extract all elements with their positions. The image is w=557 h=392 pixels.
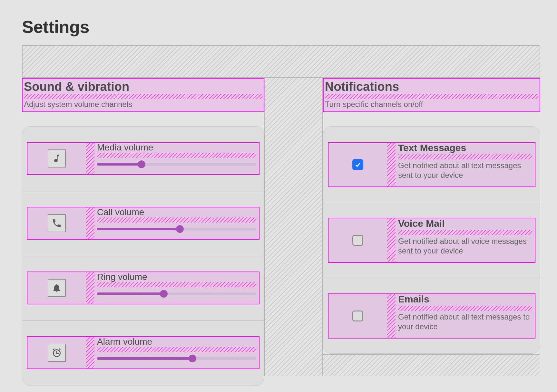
volume-content: Ring volume: [94, 272, 259, 304]
volume-label: Alarm volume: [97, 337, 256, 346]
layout-band-top: [22, 45, 540, 78]
sound-panel: Media volume Call volume: [22, 126, 264, 386]
notifications-panel: Text Messages Get notified about all tex…: [323, 126, 540, 354]
overlay-box: Media volume: [27, 142, 259, 175]
volume-label: Media volume: [97, 143, 256, 152]
notification-title: Emails: [398, 294, 532, 304]
notifications-section-title: Notifications: [325, 81, 538, 93]
sound-section-title: Sound & vibration: [24, 81, 262, 93]
overlay-strip: [398, 154, 532, 159]
volume-icon-cell: [27, 272, 86, 304]
alarm-volume-slider[interactable]: [97, 354, 256, 363]
overlay-box: Alarm volume: [27, 336, 259, 369]
notification-content: Voice Mail Get notified about all voice …: [396, 218, 535, 262]
overlay-strip: [387, 143, 396, 186]
overlay-strip: [86, 272, 94, 304]
emails-checkbox[interactable]: [352, 311, 363, 321]
volume-icon-cell: [27, 207, 86, 239]
notification-row-text-messages: Text Messages Get notified about all tex…: [323, 127, 540, 202]
volume-row-alarm: Alarm volume: [22, 321, 264, 386]
overlay-strip: [86, 337, 94, 368]
volume-content: Call volume: [94, 207, 259, 239]
page-title: Settings: [22, 17, 89, 37]
overlay-strip: [387, 294, 396, 338]
overlay-strip: [97, 217, 256, 223]
overlay-box: Emails Get notified about all text messa…: [328, 293, 535, 339]
volume-row-media: Media volume: [22, 127, 264, 191]
sound-section-header: Sound & vibration Adjust system volume c…: [22, 78, 264, 112]
volume-label: Ring volume: [97, 272, 256, 282]
overlay-strip: [86, 143, 94, 174]
overlay-strip: [97, 282, 256, 287]
volume-label: Call volume: [97, 207, 256, 217]
overlay-strip: [97, 347, 256, 352]
sound-section-subtitle: Adjust system volume channels: [24, 100, 262, 109]
bell-icon: [48, 279, 66, 297]
overlay-strip: [398, 230, 532, 235]
notification-content: Text Messages Get notified about all tex…: [396, 143, 535, 186]
volume-content: Alarm volume: [94, 337, 259, 368]
volume-row-call: Call volume: [22, 191, 264, 256]
notification-title: Text Messages: [398, 143, 532, 153]
overlay-box: Ring volume: [27, 272, 259, 304]
notification-row-voice-mail: Voice Mail Get notified about all voice …: [323, 202, 540, 278]
volume-row-ring: Ring volume: [22, 256, 264, 321]
call-volume-slider[interactable]: [97, 225, 256, 234]
volume-content: Media volume: [94, 143, 259, 174]
overlay-strip: [97, 153, 256, 158]
notification-description: Get notified about all voice messages se…: [398, 236, 532, 256]
overlay-box: Text Messages Get notified about all tex…: [328, 142, 535, 187]
overlay-strip: [398, 306, 532, 311]
notification-row-emails: Emails Get notified about all text messa…: [323, 278, 540, 354]
overlay-strip: [86, 207, 94, 239]
overlay-box: Call volume: [27, 207, 259, 240]
notification-description: Get notified about all text messages to …: [398, 312, 532, 331]
alarm-icon: [48, 344, 66, 362]
layout-band-middle: [264, 78, 323, 376]
notification-description: Get notified about all text messages sen…: [398, 161, 532, 180]
text-messages-checkbox[interactable]: [352, 159, 363, 170]
notification-content: Emails Get notified about all text messa…: [396, 294, 535, 338]
overlay-box: Voice Mail Get notified about all voice …: [328, 218, 535, 263]
notification-title: Voice Mail: [398, 218, 532, 229]
notification-checkbox-cell: [328, 143, 387, 186]
overlay-strip: [24, 94, 262, 99]
media-volume-slider[interactable]: [97, 160, 256, 169]
overlay-strip: [325, 94, 538, 99]
voice-mail-checkbox[interactable]: [352, 235, 363, 246]
volume-icon-cell: [27, 143, 86, 174]
ring-volume-slider[interactable]: [97, 289, 256, 298]
notifications-section-subtitle: Turn specific channels on/off: [325, 100, 538, 109]
overlay-strip: [387, 218, 396, 262]
notification-checkbox-cell: [328, 218, 387, 262]
music-note-icon: [48, 149, 66, 167]
notification-checkbox-cell: [328, 294, 387, 338]
volume-icon-cell: [27, 337, 86, 368]
phone-icon: [48, 214, 66, 232]
layout-band-right-tail: [323, 354, 540, 376]
notifications-section-header: Notifications Turn specific channels on/…: [323, 78, 540, 112]
